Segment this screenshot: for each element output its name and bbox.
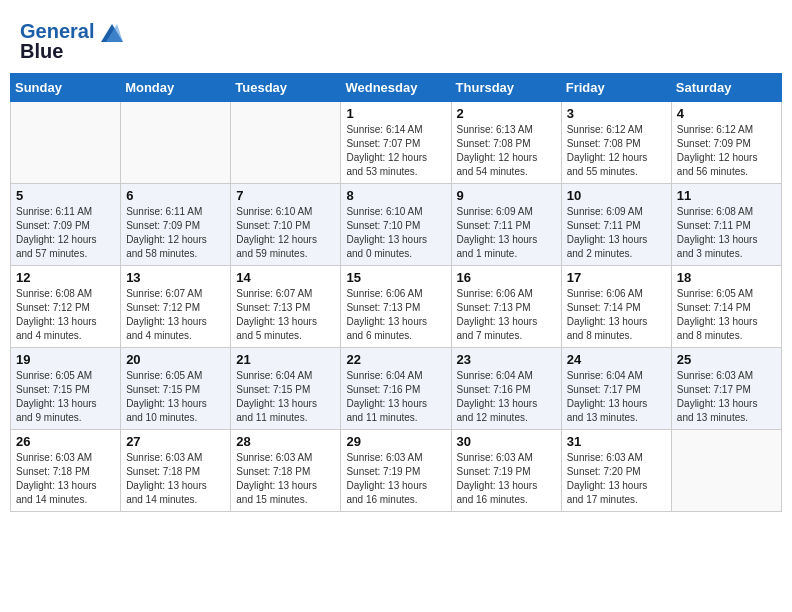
day-info: Sunrise: 6:10 AM Sunset: 7:10 PM Dayligh… [346,205,445,261]
calendar-day-cell: 2Sunrise: 6:13 AM Sunset: 7:08 PM Daylig… [451,102,561,184]
day-info: Sunrise: 6:12 AM Sunset: 7:08 PM Dayligh… [567,123,666,179]
day-info: Sunrise: 6:13 AM Sunset: 7:08 PM Dayligh… [457,123,556,179]
calendar-day-header: Saturday [671,74,781,102]
day-number: 16 [457,270,556,285]
day-number: 10 [567,188,666,203]
day-info: Sunrise: 6:08 AM Sunset: 7:12 PM Dayligh… [16,287,115,343]
logo-icon [101,24,123,42]
day-number: 3 [567,106,666,121]
logo-blue: Blue [20,40,63,62]
calendar-day-cell: 21Sunrise: 6:04 AM Sunset: 7:15 PM Dayli… [231,348,341,430]
page-header: General Blue [10,10,782,68]
calendar-week-row: 19Sunrise: 6:05 AM Sunset: 7:15 PM Dayli… [11,348,782,430]
day-info: Sunrise: 6:04 AM Sunset: 7:15 PM Dayligh… [236,369,335,425]
day-info: Sunrise: 6:08 AM Sunset: 7:11 PM Dayligh… [677,205,776,261]
day-info: Sunrise: 6:06 AM Sunset: 7:13 PM Dayligh… [457,287,556,343]
day-number: 30 [457,434,556,449]
day-number: 11 [677,188,776,203]
calendar-day-cell: 9Sunrise: 6:09 AM Sunset: 7:11 PM Daylig… [451,184,561,266]
day-number: 23 [457,352,556,367]
day-info: Sunrise: 6:03 AM Sunset: 7:20 PM Dayligh… [567,451,666,507]
calendar-day-cell: 28Sunrise: 6:03 AM Sunset: 7:18 PM Dayli… [231,430,341,512]
calendar-day-cell [11,102,121,184]
day-info: Sunrise: 6:03 AM Sunset: 7:18 PM Dayligh… [126,451,225,507]
day-info: Sunrise: 6:06 AM Sunset: 7:13 PM Dayligh… [346,287,445,343]
calendar-day-cell: 15Sunrise: 6:06 AM Sunset: 7:13 PM Dayli… [341,266,451,348]
day-number: 9 [457,188,556,203]
day-number: 14 [236,270,335,285]
day-number: 5 [16,188,115,203]
day-info: Sunrise: 6:12 AM Sunset: 7:09 PM Dayligh… [677,123,776,179]
calendar-day-cell: 1Sunrise: 6:14 AM Sunset: 7:07 PM Daylig… [341,102,451,184]
calendar-day-cell: 4Sunrise: 6:12 AM Sunset: 7:09 PM Daylig… [671,102,781,184]
calendar-day-cell: 30Sunrise: 6:03 AM Sunset: 7:19 PM Dayli… [451,430,561,512]
calendar-table: SundayMondayTuesdayWednesdayThursdayFrid… [10,73,782,512]
day-info: Sunrise: 6:03 AM Sunset: 7:18 PM Dayligh… [16,451,115,507]
day-number: 22 [346,352,445,367]
calendar-day-header: Sunday [11,74,121,102]
calendar-day-cell: 13Sunrise: 6:07 AM Sunset: 7:12 PM Dayli… [121,266,231,348]
calendar-day-cell: 8Sunrise: 6:10 AM Sunset: 7:10 PM Daylig… [341,184,451,266]
calendar-day-cell: 23Sunrise: 6:04 AM Sunset: 7:16 PM Dayli… [451,348,561,430]
calendar-day-cell: 31Sunrise: 6:03 AM Sunset: 7:20 PM Dayli… [561,430,671,512]
day-info: Sunrise: 6:03 AM Sunset: 7:19 PM Dayligh… [457,451,556,507]
calendar-week-row: 5Sunrise: 6:11 AM Sunset: 7:09 PM Daylig… [11,184,782,266]
day-number: 29 [346,434,445,449]
day-number: 2 [457,106,556,121]
day-number: 28 [236,434,335,449]
calendar-day-cell: 12Sunrise: 6:08 AM Sunset: 7:12 PM Dayli… [11,266,121,348]
logo: General Blue [20,20,123,63]
calendar-day-cell: 25Sunrise: 6:03 AM Sunset: 7:17 PM Dayli… [671,348,781,430]
day-number: 4 [677,106,776,121]
day-info: Sunrise: 6:05 AM Sunset: 7:15 PM Dayligh… [126,369,225,425]
day-number: 6 [126,188,225,203]
day-number: 7 [236,188,335,203]
logo-general: General [20,20,94,42]
day-info: Sunrise: 6:10 AM Sunset: 7:10 PM Dayligh… [236,205,335,261]
calendar-week-row: 1Sunrise: 6:14 AM Sunset: 7:07 PM Daylig… [11,102,782,184]
day-info: Sunrise: 6:09 AM Sunset: 7:11 PM Dayligh… [567,205,666,261]
day-info: Sunrise: 6:04 AM Sunset: 7:16 PM Dayligh… [346,369,445,425]
calendar-day-header: Thursday [451,74,561,102]
day-info: Sunrise: 6:03 AM Sunset: 7:18 PM Dayligh… [236,451,335,507]
calendar-week-row: 12Sunrise: 6:08 AM Sunset: 7:12 PM Dayli… [11,266,782,348]
calendar-header-row: SundayMondayTuesdayWednesdayThursdayFrid… [11,74,782,102]
calendar-body: 1Sunrise: 6:14 AM Sunset: 7:07 PM Daylig… [11,102,782,512]
day-info: Sunrise: 6:04 AM Sunset: 7:17 PM Dayligh… [567,369,666,425]
day-number: 31 [567,434,666,449]
day-info: Sunrise: 6:09 AM Sunset: 7:11 PM Dayligh… [457,205,556,261]
day-number: 8 [346,188,445,203]
day-info: Sunrise: 6:05 AM Sunset: 7:15 PM Dayligh… [16,369,115,425]
calendar-day-cell: 17Sunrise: 6:06 AM Sunset: 7:14 PM Dayli… [561,266,671,348]
day-info: Sunrise: 6:03 AM Sunset: 7:19 PM Dayligh… [346,451,445,507]
day-number: 13 [126,270,225,285]
calendar-day-cell: 3Sunrise: 6:12 AM Sunset: 7:08 PM Daylig… [561,102,671,184]
calendar-day-cell: 20Sunrise: 6:05 AM Sunset: 7:15 PM Dayli… [121,348,231,430]
calendar-day-cell: 11Sunrise: 6:08 AM Sunset: 7:11 PM Dayli… [671,184,781,266]
calendar-day-cell: 14Sunrise: 6:07 AM Sunset: 7:13 PM Dayli… [231,266,341,348]
day-info: Sunrise: 6:07 AM Sunset: 7:12 PM Dayligh… [126,287,225,343]
calendar-day-cell: 7Sunrise: 6:10 AM Sunset: 7:10 PM Daylig… [231,184,341,266]
calendar-day-cell: 26Sunrise: 6:03 AM Sunset: 7:18 PM Dayli… [11,430,121,512]
calendar-day-cell [121,102,231,184]
day-number: 21 [236,352,335,367]
calendar-day-header: Friday [561,74,671,102]
day-info: Sunrise: 6:14 AM Sunset: 7:07 PM Dayligh… [346,123,445,179]
calendar-day-header: Tuesday [231,74,341,102]
calendar-day-cell: 22Sunrise: 6:04 AM Sunset: 7:16 PM Dayli… [341,348,451,430]
day-info: Sunrise: 6:11 AM Sunset: 7:09 PM Dayligh… [126,205,225,261]
calendar-day-cell [231,102,341,184]
calendar-day-cell: 10Sunrise: 6:09 AM Sunset: 7:11 PM Dayli… [561,184,671,266]
calendar-day-cell: 6Sunrise: 6:11 AM Sunset: 7:09 PM Daylig… [121,184,231,266]
calendar-day-cell: 24Sunrise: 6:04 AM Sunset: 7:17 PM Dayli… [561,348,671,430]
calendar-day-cell: 27Sunrise: 6:03 AM Sunset: 7:18 PM Dayli… [121,430,231,512]
day-number: 19 [16,352,115,367]
day-number: 25 [677,352,776,367]
calendar-day-cell: 19Sunrise: 6:05 AM Sunset: 7:15 PM Dayli… [11,348,121,430]
day-number: 26 [16,434,115,449]
calendar-day-cell: 5Sunrise: 6:11 AM Sunset: 7:09 PM Daylig… [11,184,121,266]
day-info: Sunrise: 6:07 AM Sunset: 7:13 PM Dayligh… [236,287,335,343]
day-number: 12 [16,270,115,285]
calendar-day-cell [671,430,781,512]
calendar-day-cell: 16Sunrise: 6:06 AM Sunset: 7:13 PM Dayli… [451,266,561,348]
